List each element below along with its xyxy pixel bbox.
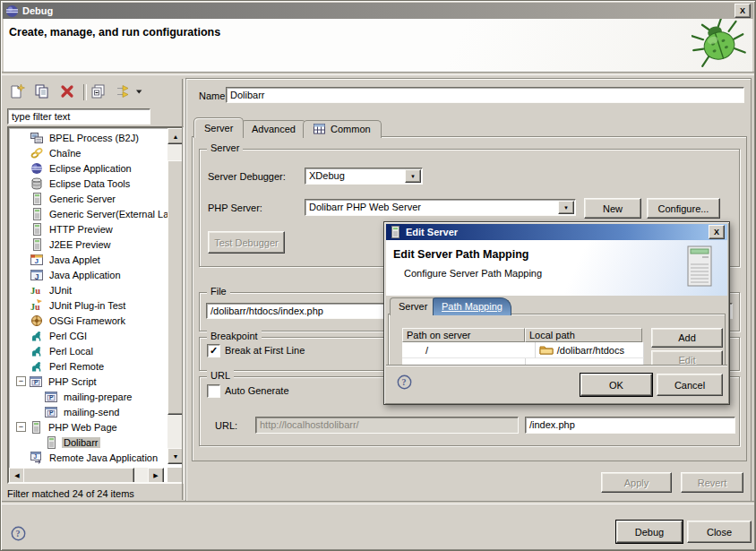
edit-server-subheading: Configure Server Path Mapping — [404, 268, 542, 279]
ok-button[interactable]: OK — [580, 374, 652, 396]
tree-item-label: J2EE Preview — [47, 239, 112, 250]
cancel-button[interactable]: Cancel — [657, 374, 723, 396]
new-configuration-button[interactable] — [7, 82, 27, 102]
tree-item-label: PHP Web Page — [47, 422, 119, 433]
tree-item-generic-server-external-la[interactable]: Generic Server(External La — [11, 206, 184, 221]
tree-item-junit[interactable]: JuJUnit — [11, 282, 184, 297]
tree-item-label: Chaîne — [47, 148, 82, 159]
tree-item-bpel-process-b2j[interactable]: BPEL Process (B2J) — [11, 130, 184, 145]
server-debugger-select[interactable]: XDebug ▼ — [305, 168, 423, 185]
column-header-path-on-server[interactable]: Path on server — [402, 328, 525, 342]
tree-item-osgi-framework[interactable]: OSGi Framework — [11, 313, 184, 328]
revert-button[interactable]: Revert — [681, 472, 743, 493]
tree-item-label: HTTP Preview — [47, 224, 115, 235]
filter-button[interactable] — [114, 82, 133, 102]
dialog-tab-server[interactable]: Server — [390, 297, 436, 315]
tree-item-label: Java Applet — [47, 254, 102, 265]
tree-item-http-preview[interactable]: HTTP Preview — [11, 221, 184, 237]
window-close-button[interactable]: X — [735, 4, 751, 18]
help-icon[interactable]: ? — [11, 526, 26, 543]
server-group-legend: Server — [207, 142, 243, 153]
tree-item-label: Eclipse Data Tools — [47, 178, 132, 189]
tree-item-perl-cgi[interactable]: Perl CGI — [11, 328, 184, 343]
svg-text:J: J — [34, 453, 38, 460]
break-at-first-line-label: Break at First Line — [225, 345, 305, 356]
tree-item-label: Eclipse Application — [47, 163, 133, 174]
name-label: Name: — [199, 90, 228, 101]
column-header-local-path[interactable]: Local path — [525, 328, 642, 342]
server-icon — [30, 208, 44, 220]
type-filter-input[interactable]: type filter text — [7, 108, 150, 125]
auto-generate-checkbox[interactable] — [207, 384, 220, 398]
debug-button[interactable]: Debug — [616, 521, 683, 543]
filter-menu-button[interactable] — [133, 82, 144, 102]
server-debugger-dropdown-icon[interactable]: ▼ — [405, 169, 421, 183]
tree-expander-icon[interactable]: − — [16, 422, 26, 432]
cell-local-path: /dolibarr/htdocs — [536, 342, 644, 358]
svg-text:J: J — [35, 271, 39, 280]
tab-advanced[interactable]: Advanced — [241, 120, 306, 138]
header-separator — [0, 72, 756, 75]
scroll-right-button[interactable]: ▶ — [148, 468, 164, 484]
cell-path-on-server: / — [402, 342, 536, 358]
new-server-button[interactable]: New — [584, 198, 641, 219]
tree-vertical-scrollbar[interactable]: ▲ ▼ — [168, 128, 182, 464]
apply-button[interactable]: Apply — [601, 472, 672, 493]
page-title: Create, manage, and run configurations — [9, 26, 220, 39]
tree-item-label: JUnit — [47, 285, 73, 296]
tree-item-label: Perl Remote — [47, 361, 106, 372]
tree-item-dolibarr[interactable]: Dolibarr — [11, 435, 184, 450]
tree-item-label: BPEL Process (B2J) — [47, 133, 141, 143]
add-mapping-button[interactable]: Add — [651, 328, 723, 348]
delete-configuration-button[interactable] — [57, 82, 77, 102]
mapping-table-row[interactable]: //dolibarr/htdocs — [402, 342, 644, 358]
tree-item-php-script[interactable]: −PPHP Script — [11, 374, 171, 389]
tree-item-junit-plug-in-test[interactable]: JuJUnit Plug-in Test — [11, 297, 184, 313]
filter-status-text: Filter matched 24 of 24 items — [7, 488, 134, 499]
dialog-tab-path-mapping[interactable]: Path Mapping — [433, 297, 511, 315]
tree-horizontal-scrollbar[interactable]: ◀ ▶ — [9, 468, 164, 482]
tree-expander-icon[interactable]: − — [16, 376, 26, 386]
php-server-select[interactable]: Dolibarr PHP Web Server ▼ — [305, 199, 576, 216]
close-button[interactable]: Close — [687, 521, 752, 543]
local-path-text: /dolibarr/htdocs — [557, 345, 624, 356]
tree-item-label: Dolibarr — [62, 437, 100, 448]
php-server-dropdown-icon[interactable]: ▼ — [558, 201, 574, 214]
tree-item-generic-server[interactable]: Generic Server — [11, 191, 184, 206]
url-path-input[interactable]: /index.php — [525, 417, 735, 434]
tree-item-mailing-send[interactable]: Pmailing-send — [11, 404, 184, 419]
tree-item-php-web-page[interactable]: −PHP Web Page — [11, 419, 171, 435]
java-applet-icon: J — [30, 254, 44, 266]
tree-item-mailing-prepare[interactable]: Pmailing-prepare — [11, 389, 184, 404]
name-input[interactable]: Dolibarr — [226, 87, 744, 103]
php-script-icon: P — [45, 391, 58, 403]
tree-item-cha-ne[interactable]: Chaîne — [11, 145, 184, 160]
configure-server-button[interactable]: Configure... — [647, 198, 720, 219]
tree-item-label: mailing-send — [62, 407, 121, 418]
tab-server[interactable]: Server — [193, 117, 244, 138]
collapse-all-button[interactable] — [89, 82, 108, 102]
test-debugger-button[interactable]: Test Debugger — [208, 231, 285, 254]
svg-text:?: ? — [16, 529, 21, 538]
tree-item-perl-local[interactable]: Perl Local — [11, 343, 184, 358]
tree-item-remote-java-application[interactable]: JRemote Java Application — [11, 450, 184, 465]
tree-item-eclipse-application[interactable]: Eclipse Application — [11, 160, 184, 176]
tab-common[interactable]: Common — [303, 120, 382, 138]
duplicate-configuration-button[interactable] — [32, 82, 52, 102]
tree-item-j2ee-preview[interactable]: J2EE Preview — [11, 237, 184, 252]
tree-item-label: mailing-prepare — [62, 392, 133, 402]
perl-icon — [30, 330, 44, 342]
bug-icon — [692, 19, 747, 71]
break-at-first-line-checkbox[interactable] — [207, 344, 220, 357]
edit-server-close-button[interactable]: X — [709, 225, 725, 239]
tree-item-perl-remote[interactable]: Perl Remote — [11, 358, 184, 374]
tree-item-java-applet[interactable]: JJava Applet — [11, 252, 184, 267]
tree-item-eclipse-data-tools[interactable]: Eclipse Data Tools — [11, 176, 184, 191]
svg-text:P: P — [49, 394, 54, 400]
dialog-help-icon[interactable]: ? — [397, 375, 412, 392]
title-bar: Debug X — [3, 3, 753, 19]
horizontal-scroll-thumb[interactable] — [23, 468, 134, 484]
url-label: URL: — [215, 420, 237, 431]
tree-item-java-application[interactable]: JJava Application — [11, 267, 184, 282]
remote-java-icon: J — [30, 452, 44, 464]
